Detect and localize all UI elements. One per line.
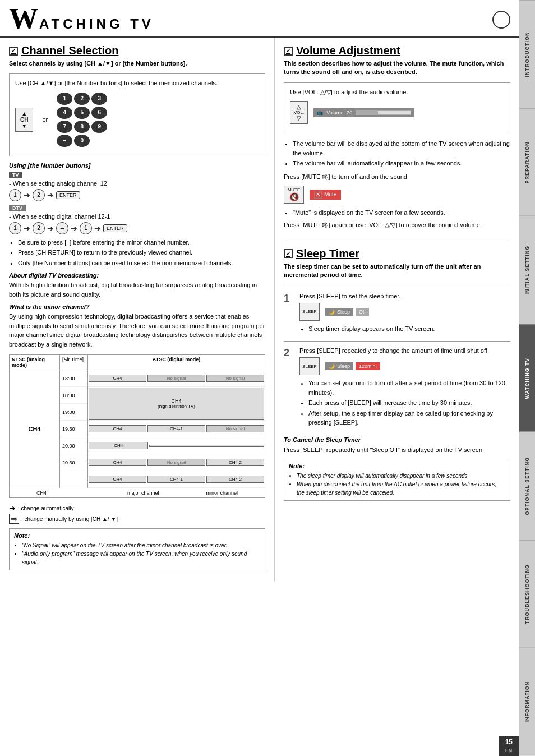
seq-d3: 1: [80, 222, 92, 234]
num-btn-8: 8: [74, 121, 90, 133]
using-number-heading: Using [the Number buttons]: [9, 162, 265, 169]
num-btn-7: 7: [57, 121, 72, 133]
sleep-divider-mid: [284, 341, 510, 342]
sleep-indicator-1: 🌙 Sleep Off: [325, 308, 369, 316]
num-btn-0: 0: [74, 135, 90, 147]
atsc-row-1: CH4 No signal No signal: [88, 370, 265, 387]
atsc-ch4-1-1: CH4-1: [147, 425, 205, 432]
or-text: or: [42, 116, 48, 123]
step-1-num: 1: [284, 293, 295, 305]
tab-troubleshooting[interactable]: TROUBLESHOOTING: [519, 540, 535, 648]
num-btn-3: 3: [91, 93, 107, 105]
ch-diagram: ▲ CH ▼ or 1 2 3 4 5 6 7 8 9 – 0: [15, 93, 259, 147]
channel-selection-title: ✓ Channel Selection: [9, 44, 265, 57]
sleep-screen-2: 🌙 Sleep: [325, 362, 353, 370]
about-digital-text: With its high definition broadcast, digi…: [9, 280, 265, 299]
tv-dash: -: [9, 180, 13, 187]
ntsc-col: CH4: [10, 370, 60, 488]
seq-d-dash: –: [56, 222, 68, 234]
tab-optional-setting[interactable]: OPTIONAL SETTING: [519, 432, 535, 540]
page-en: EN: [505, 748, 513, 753]
vol-down-arrow: ▽: [297, 115, 301, 121]
mute-bullet-1: "Mute" is displayed on the TV screen for…: [293, 208, 510, 218]
sleep-note-title: Note:: [289, 463, 505, 469]
arrow-auto-icon: ➔: [9, 504, 16, 513]
step-2-text: Press [SLEEP] repeatedly to change the a…: [299, 347, 510, 354]
num-btn-4: 4: [57, 107, 72, 119]
legend-auto: ➔ : change automatically: [9, 504, 265, 513]
atsc-nosignal-3: No signal: [206, 425, 264, 432]
atsc-row-4: CH4: [88, 437, 265, 454]
tab-initial-setting[interactable]: INITIAL SETTING: [519, 216, 535, 324]
step-1-content: Press [SLEEP] to set the sleep timer. SL…: [299, 293, 510, 337]
time-1800: 18:00: [60, 370, 87, 387]
mute-x-icon: ✕: [314, 191, 322, 199]
bullet-1: Be sure to press [–] before entering the…: [18, 238, 265, 247]
bullet-3: Only [the Number buttons] can be used to…: [18, 259, 265, 268]
atsc-row-3: CH4 CH4-1 No signal: [88, 421, 265, 437]
vol-label: VOL.: [294, 110, 304, 115]
sleep-divider-top: [284, 287, 510, 287]
num-btn-1: 1: [57, 93, 72, 105]
vol-display: △ VOL. ▽ 📺 Volume 20: [290, 101, 504, 124]
time-1930: 19:30: [60, 421, 87, 437]
time-1900: 19:00: [60, 404, 87, 421]
vol-bar-container: 📺 Volume 20: [313, 108, 414, 117]
sleep-btn-2: SLEEP: [299, 357, 320, 375]
page-header: W ATCHING TV: [0, 0, 519, 38]
channel-note-box: Note: "No Signal" will appear on the TV …: [9, 528, 265, 570]
channel-table: NTSC (analog mode) [Air Time] ATSC (digi…: [9, 354, 265, 498]
atsc-ch4-2: CH4: [89, 425, 146, 432]
mute-symbol: 🔇: [289, 192, 299, 201]
tab-preparation[interactable]: PREPARATION: [519, 108, 535, 216]
main-content: ✓ Channel Selection Select channels by u…: [0, 38, 519, 582]
atsc-ch4-2-2: CH4-2: [206, 476, 264, 483]
atsc-row-2: CH4 (high definition TV): [88, 387, 265, 421]
arrow-down: ▼: [21, 123, 27, 129]
tab-introduction[interactable]: INTRODUCTION: [519, 0, 535, 108]
cancel-heading: To Cancel the Sleep Timer: [284, 436, 510, 443]
instruction-box: Use [CH ▲/▼] or [the Number buttons] to …: [9, 73, 265, 156]
header-w: W: [9, 4, 38, 34]
sleep-step1-bullets: Sleep timer display appears on the TV sc…: [299, 324, 510, 334]
atsc-ch4-3: CH4: [89, 442, 148, 449]
instruction-text: Use [CH ▲/▼] or [the Number buttons] to …: [15, 79, 259, 88]
seq-arrow-d4: ➔: [94, 224, 101, 233]
vol-up-arrow: △: [297, 104, 301, 110]
sleep-step2-bullet-2: Each press of [SLEEP] will increase the …: [308, 398, 510, 408]
arrow-manual-icon: ⇒: [9, 514, 19, 524]
mute-button: MUTE 🔇: [284, 186, 304, 204]
digital-sequence: 1 ➔ 2 ➔ – ➔ 1 ➔ ENTER: [9, 222, 265, 234]
atsc-ch4-1-2: [149, 445, 264, 447]
tab-watching-tv[interactable]: WATCHING TV: [519, 324, 535, 432]
atsc-col: CH4 No signal No signal CH4 (high defini…: [88, 370, 265, 488]
mute-label: MUTE: [288, 187, 301, 192]
sleep-moon-icon-2: 🌙: [329, 363, 335, 369]
sleep-indicator-2: 🌙 Sleep 120min.: [325, 362, 380, 370]
dtv-badge: DTV: [9, 205, 26, 211]
vol-instruction-box: Use [VOL. △/▽] to adjust the audio volum…: [284, 82, 510, 134]
sleep-moon-icon: 🌙: [329, 309, 335, 315]
seq-2: 2: [33, 189, 45, 201]
recover-text: Press [MUTE 咚] again or use [VOL. △/▽] t…: [284, 220, 510, 230]
ch-label: CH: [20, 117, 28, 123]
legend-manual: ⇒ : change manually by using [CH ▲/ ▼]: [9, 514, 265, 524]
minor-channel-heading: What is the minor channel?: [9, 303, 265, 310]
volume-number: 20: [347, 110, 352, 116]
atsc-row-5: CH4 No signal CH4-2: [88, 454, 265, 471]
number-grid: 1 2 3 4 5 6 7 8 9 – 0: [57, 93, 107, 147]
minor-channel-text: By using high compression technology, di…: [9, 312, 265, 349]
vol-bullet-1: The volume bar will be displayed at the …: [293, 139, 510, 158]
atsc-ch4-1-3: CH4-1: [147, 476, 205, 483]
step-2-row: 2 Press [SLEEP] repeatedly to change the…: [284, 347, 510, 431]
tab-information[interactable]: INFORMATION: [519, 648, 535, 756]
mute-instruction: Press [MUTE 咚] to turn off and on the so…: [284, 173, 510, 181]
seq-enter-2: ENTER: [103, 224, 127, 232]
major-label: major channel: [127, 490, 159, 496]
mute-display: MUTE 🔇 ✕ Mute: [284, 186, 510, 204]
channel-bullets: Be sure to press [–] before entering the…: [9, 238, 265, 268]
tv-badge: TV: [9, 172, 22, 178]
note-title: Note:: [14, 532, 260, 539]
atsc-nosignal-2: No signal: [206, 375, 264, 382]
time-1830: 18:30: [60, 387, 87, 404]
